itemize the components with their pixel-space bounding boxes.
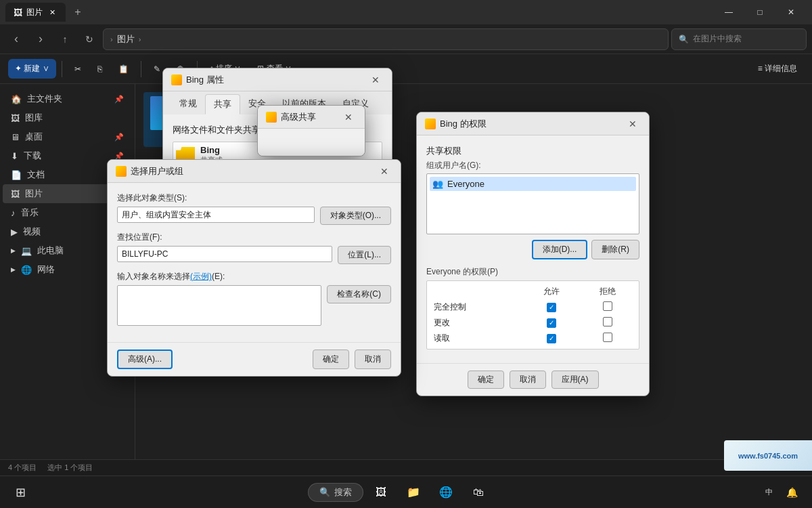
- select-users-icon: [116, 166, 127, 177]
- taskbar-store[interactable]: 🛍: [464, 478, 493, 507]
- folder-icon: [171, 75, 182, 85]
- bing-perms-body: 共享权限 组或用户名(G): 👥 Everyone 添加(D)... 删除(R)…: [417, 135, 649, 363]
- allow-read-check[interactable]: [547, 334, 556, 343]
- notification-btn[interactable]: 🔔: [777, 478, 807, 507]
- ok-cancel-group: 确定 取消: [313, 350, 391, 369]
- taskbar-left: ⊞: [0, 478, 35, 507]
- allow-fullcontrol-check[interactable]: [547, 303, 556, 312]
- shared-perms-label: 共享权限: [426, 145, 639, 157]
- bing-perms-close-btn[interactable]: ✕: [625, 116, 641, 132]
- taskbar-explorer[interactable]: 📁: [399, 478, 428, 507]
- object-type-label: 选择此对象类型(S):: [117, 192, 391, 204]
- taskbar-time: 中: [765, 487, 773, 497]
- users-icon: 👥: [432, 179, 443, 189]
- taskbar-search[interactable]: 🔍 搜索: [308, 483, 363, 502]
- advanced-btn[interactable]: 高级(A)...: [117, 350, 173, 369]
- windows-icon: ⊞: [16, 485, 26, 500]
- add-user-btn[interactable]: 添加(D)...: [532, 240, 588, 259]
- taskbar-right: 中 🔔: [765, 478, 812, 507]
- perms-section-label: Everyone 的权限(P): [426, 266, 639, 278]
- user-listbox[interactable]: 👥 Everyone: [426, 173, 639, 234]
- share-item-name: Bing: [200, 145, 223, 155]
- bing-perms-title-bar: Bing 的权限 ✕: [417, 112, 649, 135]
- adv-share-title-bar: 高级共享 ✕: [258, 106, 365, 129]
- tab-general[interactable]: 常规: [171, 94, 205, 114]
- adv-share-title: 高级共享: [281, 111, 316, 123]
- taskbar-edge[interactable]: 🌐: [431, 478, 461, 507]
- taskbar-search-icon: 🔍: [319, 487, 330, 497]
- object-type-row: 选择此对象类型(S): 用户、组或内置安全主体 对象类型(O)...: [117, 192, 391, 225]
- bing-perms-apply-btn[interactable]: 应用(A): [551, 371, 599, 389]
- remove-user-btn[interactable]: 删除(R): [591, 240, 639, 259]
- object-type-input-row: 用户、组或内置安全主体 对象类型(O)...: [117, 207, 391, 225]
- check-names-btn[interactable]: 检查名称(C): [327, 285, 391, 303]
- deny-header: 拒绝: [580, 284, 636, 299]
- select-users-dialog: 选择用户或组 ✕ 选择此对象类型(S): 用户、组或内置安全主体 对象类型(O)…: [107, 159, 401, 377]
- location-btn[interactable]: 位置(L)...: [338, 246, 391, 264]
- select-users-ok-btn[interactable]: 确定: [313, 350, 349, 369]
- location-row: 查找位置(F): BILLYFU-PC 位置(L)...: [117, 232, 391, 264]
- object-name-input-row: 检查名称(C): [117, 285, 391, 326]
- perm-row-read: 读取: [430, 331, 636, 346]
- location-label: 查找位置(F):: [117, 232, 391, 243]
- object-name-row: 输入对象名称来选择(示例)(E): 检查名称(C): [117, 271, 391, 326]
- adv-share-close-btn[interactable]: ✕: [340, 109, 357, 125]
- perm-col-header: [430, 284, 524, 299]
- adv-share-icon: [266, 112, 277, 123]
- allow-header: 允许: [524, 284, 580, 299]
- object-name-input[interactable]: [117, 285, 321, 326]
- bing-perms-cancel-btn[interactable]: 取消: [510, 371, 546, 389]
- bing-props-close-btn[interactable]: ✕: [367, 72, 384, 88]
- bing-props-title-bar: Bing 属性 ✕: [163, 68, 392, 91]
- taskbar-search-text: 搜索: [334, 486, 352, 499]
- bing-perms-footer: 确定 取消 应用(A): [417, 363, 649, 396]
- select-users-body: 选择此对象类型(S): 用户、组或内置安全主体 对象类型(O)... 查找位置(…: [108, 183, 401, 342]
- taskview-btn[interactable]: 🖼: [366, 478, 396, 507]
- perm-label-fullcontrol: 完全控制: [430, 299, 524, 315]
- deny-change-check[interactable]: [603, 317, 612, 326]
- taskbar: ⊞ 🔍 搜索 🖼 📁 🌐 🛍 中 🔔: [0, 475, 812, 508]
- perm-label-change: 更改: [430, 315, 524, 331]
- perms-table: 允许 拒绝 完全控制 更改: [430, 284, 636, 346]
- group-label: 组或用户名(G):: [426, 160, 639, 171]
- bing-props-title: Bing 属性: [186, 74, 224, 86]
- select-users-title: 选择用户或组: [131, 165, 183, 177]
- bing-perms-icon: [425, 119, 436, 129]
- object-type-btn[interactable]: 对象类型(O)...: [320, 207, 391, 225]
- bing-perms-ok-btn[interactable]: 确定: [468, 371, 504, 389]
- allow-change-check[interactable]: [547, 318, 556, 328]
- bing-perms-title: Bing 的权限: [440, 118, 487, 130]
- select-users-footer: 高级(A)... 确定 取消: [108, 342, 401, 376]
- everyone-item[interactable]: 👥 Everyone: [430, 177, 636, 191]
- perm-row-change: 更改: [430, 315, 636, 331]
- bing-permissions-dialog: Bing 的权限 ✕ 共享权限 组或用户名(G): 👥 Everyone 添加(…: [416, 112, 650, 396]
- taskbar-center: 🔍 搜索 🖼 📁 🌐 🛍: [308, 478, 493, 507]
- adv-share-dialog: 高级共享 ✕: [257, 105, 365, 156]
- object-type-value: 用户、组或内置安全主体: [117, 207, 315, 223]
- select-users-title-bar: 选择用户或组 ✕: [108, 160, 401, 183]
- perm-row-fullcontrol: 完全控制: [430, 299, 636, 315]
- deny-fullcontrol-check[interactable]: [603, 301, 612, 311]
- perm-label-read: 读取: [430, 331, 524, 346]
- location-input-row: BILLYFU-PC 位置(L)...: [117, 246, 391, 264]
- select-users-close-btn[interactable]: ✕: [376, 163, 392, 179]
- deny-read-check[interactable]: [603, 333, 612, 342]
- tab-share[interactable]: 共享: [205, 94, 240, 114]
- dialog-overlay: Bing 属性 ✕ 常规 共享 安全 以前的版本 自定义 网络文件和文件夹共享 …: [0, 0, 812, 475]
- select-users-cancel-btn[interactable]: 取消: [355, 350, 391, 369]
- example-link[interactable]: (示例): [190, 272, 212, 281]
- start-btn[interactable]: ⊞: [5, 478, 35, 507]
- everyone-label: Everyone: [447, 179, 484, 189]
- location-value: BILLYFU-PC: [117, 246, 332, 262]
- object-name-label: 输入对象名称来选择(示例)(E):: [117, 271, 391, 282]
